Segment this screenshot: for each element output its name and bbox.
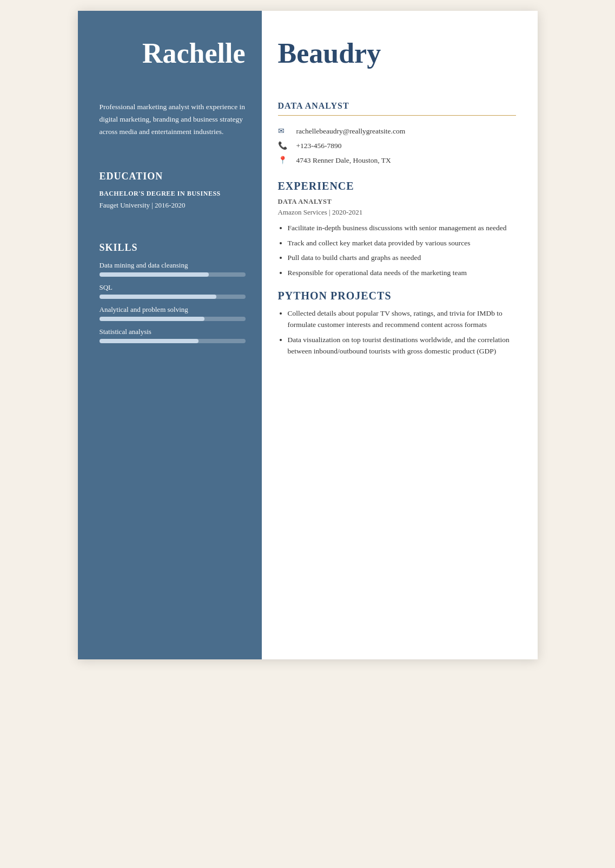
phone-icon: 📞 (278, 141, 290, 150)
skill-bar-fill (100, 339, 199, 343)
project-item: Data visualization on top tourist destin… (288, 334, 516, 357)
experience-title: EXPERIENCE (278, 180, 516, 192)
exp-bullet-list: Facilitate in-depth business discussions… (278, 222, 516, 278)
skills-title: SKILLS (100, 242, 246, 253)
skill-bar-bg (100, 317, 246, 321)
skills-section: SKILLS Data mining and data cleansing SQ… (100, 242, 246, 343)
contact-list: ✉ rachellebeaudry@reallygreatsite.com 📞 … (278, 126, 516, 165)
contact-address: 📍 4743 Renner Dale, Houston, TX (278, 156, 516, 165)
job-title-section: DATA ANALYST (278, 101, 516, 116)
skill-bar-fill (100, 272, 209, 277)
project-item: Collected details about popular TV shows… (288, 308, 516, 331)
skill-label: Analytical and problem solving (100, 305, 246, 314)
skill-bar-fill (100, 317, 204, 321)
skills-list: Data mining and data cleansing SQL Analy… (100, 261, 246, 343)
body-section: Professional marketing analyst with expe… (78, 85, 538, 659)
header-right: Beaudry (262, 11, 538, 85)
email-icon: ✉ (278, 126, 290, 136)
skill-bar-bg (100, 295, 246, 299)
exp-company: Amazon Services | 2020-2021 (278, 208, 516, 217)
education-title: EDUCATION (100, 171, 246, 182)
first-name: Rachelle (142, 38, 246, 69)
exp-bullet: Pull data to build charts and graphs as … (288, 252, 516, 264)
skill-item: Statistical analysis (100, 328, 246, 343)
experience-section: EXPERIENCE DATA ANALYST Amazon Services … (278, 180, 516, 278)
exp-bullet: Facilitate in-depth business discussions… (288, 222, 516, 234)
skill-bar-bg (100, 272, 246, 277)
last-name: Beaudry (278, 38, 381, 69)
edu-university: Fauget University | 2016-2020 (100, 201, 246, 210)
skill-label: Data mining and data cleansing (100, 261, 246, 270)
edu-degree: BACHELOR'S DEGREE IN BUSINESS (100, 190, 246, 198)
header-section: Rachelle Beaudry (78, 11, 538, 85)
skill-item: Analytical and problem solving (100, 305, 246, 321)
email-value: rachellebeaudry@reallygreatsite.com (296, 127, 406, 136)
header-left: Rachelle (78, 11, 262, 85)
location-icon: 📍 (278, 156, 290, 165)
skill-item: SQL (100, 283, 246, 299)
skill-bar-bg (100, 339, 246, 343)
skill-item: Data mining and data cleansing (100, 261, 246, 277)
projects-list: Collected details about popular TV shows… (278, 308, 516, 357)
contact-phone: 📞 +123-456-7890 (278, 141, 516, 150)
right-column: DATA ANALYST ✉ rachellebeaudry@reallygre… (262, 85, 538, 659)
phone-value: +123-456-7890 (296, 142, 342, 150)
exp-role: DATA ANALYST (278, 198, 516, 206)
job-title: DATA ANALYST (278, 101, 516, 111)
resume-container: Rachelle Beaudry Professional marketing … (78, 11, 538, 659)
contact-email: ✉ rachellebeaudry@reallygreatsite.com (278, 126, 516, 136)
projects-section: PYTHON PROJECTS Collected details about … (278, 290, 516, 357)
exp-bullet: Track and collect key market data provid… (288, 237, 516, 249)
skill-bar-fill (100, 295, 216, 299)
divider (278, 115, 516, 116)
exp-bullet: Responsible for operational data needs o… (288, 267, 516, 279)
address-value: 4743 Renner Dale, Houston, TX (296, 156, 391, 165)
education-section: EDUCATION BACHELOR'S DEGREE IN BUSINESS … (100, 171, 246, 210)
summary-text: Professional marketing analyst with expe… (100, 101, 246, 138)
projects-title: PYTHON PROJECTS (278, 290, 516, 302)
left-column: Professional marketing analyst with expe… (78, 85, 262, 659)
skill-label: Statistical analysis (100, 328, 246, 336)
skill-label: SQL (100, 283, 246, 292)
